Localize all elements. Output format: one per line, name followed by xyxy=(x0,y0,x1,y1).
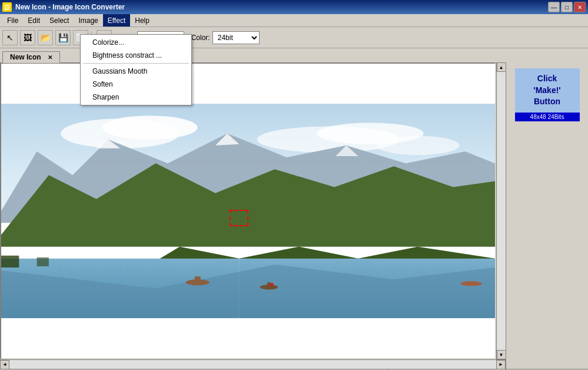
canvas-area: ▲ ▼ ◄ ► xyxy=(0,62,506,369)
selection-rect xyxy=(230,210,248,226)
scroll-up-btn[interactable]: ▲ xyxy=(497,62,506,72)
title-bar-left: 🖼 New Icon - Image Icon Converter xyxy=(2,2,125,12)
scroll-left-btn[interactable]: ◄ xyxy=(0,360,9,369)
tool-image[interactable]: 🖼 xyxy=(20,30,35,45)
tool-open[interactable]: 📂 xyxy=(38,30,53,45)
svg-rect-25 xyxy=(37,257,49,266)
effect-sharpen[interactable]: Sharpen xyxy=(81,91,191,104)
window-title: New Icon - Image Icon Converter xyxy=(15,3,125,11)
effect-soften[interactable]: Soften xyxy=(81,78,191,91)
preview-line2: 'Make!' xyxy=(517,85,577,97)
svg-point-5 xyxy=(376,136,460,155)
right-preview: Click 'Make!' Button 48x48 24Bits xyxy=(506,62,588,369)
effect-brightness[interactable]: Bightness constract ... xyxy=(81,49,191,62)
effect-dropdown: Colorize... Bightness constract ... Gaus… xyxy=(80,34,192,105)
hscroll-track[interactable] xyxy=(9,360,496,369)
svg-rect-19 xyxy=(195,276,201,283)
menu-select[interactable]: Select xyxy=(45,14,74,27)
scroll-right-btn[interactable]: ► xyxy=(496,360,506,369)
canvas-row: ▲ ▼ xyxy=(0,62,506,359)
vscrollbar[interactable]: ▲ ▼ xyxy=(496,62,506,359)
maximize-button[interactable]: □ xyxy=(561,2,573,12)
menu-file[interactable]: File xyxy=(2,14,23,27)
preview-box-top: Click 'Make!' Button xyxy=(515,68,580,113)
effect-colorize[interactable]: Colorize... xyxy=(81,36,191,49)
svg-rect-21 xyxy=(267,282,271,288)
menu-bar: File Edit Select Image Effect Help xyxy=(0,14,588,27)
svg-point-22 xyxy=(460,281,481,286)
tool-arrow[interactable]: ↖ xyxy=(2,30,18,45)
title-bar: 🖼 New Icon - Image Icon Converter — □ ✕ xyxy=(0,0,588,14)
hscrollbar[interactable]: ◄ ► xyxy=(0,359,506,369)
color-select[interactable]: 24bit 4bit 8bit 16bit 32bit xyxy=(212,31,260,44)
tool-save[interactable]: 💾 xyxy=(55,30,71,45)
main-area: ▲ ▼ ◄ ► Click 'Make!' Button 48x48 24Bit… xyxy=(0,62,588,369)
tab-close-icon[interactable]: ✕ xyxy=(48,54,52,61)
app-icon: 🖼 xyxy=(2,2,12,12)
right-panel: Click 'Make!' Button 48x48 24Bits xyxy=(506,62,588,369)
vscroll-track[interactable] xyxy=(497,72,506,350)
menu-edit[interactable]: Edit xyxy=(23,14,45,27)
menu-effect[interactable]: Effect xyxy=(103,14,130,27)
close-button[interactable]: ✕ xyxy=(574,2,586,12)
image-canvas[interactable] xyxy=(0,62,496,359)
svg-rect-24 xyxy=(1,256,19,267)
scroll-down-btn[interactable]: ▼ xyxy=(497,350,506,359)
preview-line3: Button xyxy=(517,96,577,108)
effect-gaussian[interactable]: Gaussians Mooth xyxy=(81,65,191,78)
tab-new-icon[interactable]: New Icon ✕ xyxy=(2,51,60,63)
svg-point-2 xyxy=(102,115,198,139)
menu-image[interactable]: Image xyxy=(74,14,102,27)
minimize-button[interactable]: — xyxy=(548,2,560,12)
preview-line1: Click xyxy=(517,73,577,85)
title-bar-buttons: — □ ✕ xyxy=(548,2,586,12)
dropdown-sep xyxy=(83,63,189,64)
preview-label: 48x48 24Bits xyxy=(515,113,580,121)
color-label: Color: xyxy=(191,34,210,42)
svg-point-23 xyxy=(270,283,274,286)
menu-help[interactable]: Help xyxy=(130,14,154,27)
